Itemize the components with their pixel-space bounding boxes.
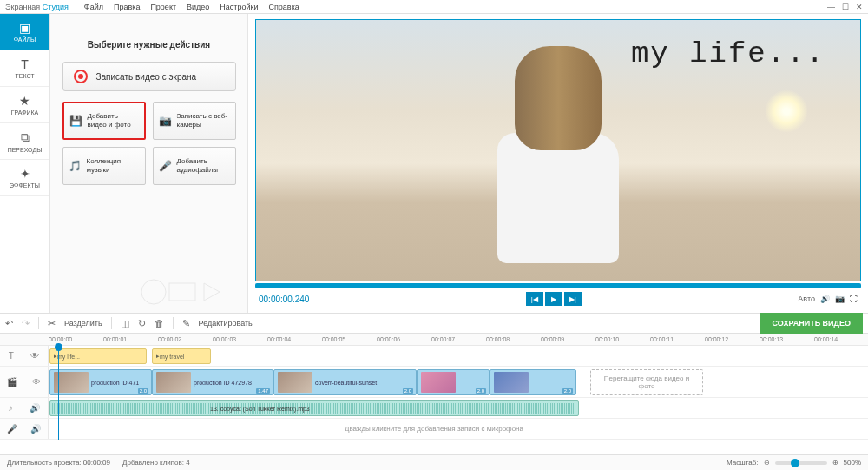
- visibility-icon[interactable]: 👁: [30, 351, 39, 361]
- clips-count: Добавлено клипов: 4: [122, 459, 190, 467]
- rotate-icon[interactable]: ↻: [138, 318, 146, 329]
- music-collection-button[interactable]: 🎵Коллекция музыки: [62, 147, 146, 185]
- actions-panel: Выберите нужные действия Записать видео …: [50, 14, 248, 313]
- mic-icon: 🎤: [159, 159, 172, 173]
- audio-track[interactable]: ♪🔊 13. copycat (Sofi Tukker Remix).mp3: [0, 398, 868, 419]
- add-media-button[interactable]: 💾Добавить видео и фото: [62, 102, 146, 140]
- text-clip[interactable]: ▸ my travel: [152, 348, 211, 364]
- minimize-button[interactable]: —: [827, 3, 835, 11]
- mute-icon[interactable]: 🔊: [30, 403, 40, 413]
- text-track-icon: T: [9, 351, 14, 361]
- mic-hint: Дважды кликните для добавления записи с …: [345, 425, 523, 433]
- edit-button[interactable]: Редактировать: [199, 319, 253, 328]
- preview-caption: my life...: [631, 37, 825, 70]
- video-track[interactable]: 🎬👁 production ID 4712.0 production ID 47…: [0, 367, 868, 398]
- text-clip[interactable]: ▸ my life...: [49, 348, 147, 364]
- timeline: T👁 ▸ my life... ▸ my travel 🎬👁 productio…: [0, 346, 868, 440]
- titlebar: Экранная Студия Файл Правка Проект Видео…: [0, 0, 868, 14]
- menu-help[interactable]: Справка: [268, 3, 299, 11]
- timeline-ruler[interactable]: 00:00:0000:00:0100:00:0200:00:0300:00:04…: [0, 334, 868, 346]
- image-icon: ▣: [19, 21, 30, 35]
- fullscreen-icon[interactable]: ⛶: [850, 295, 858, 303]
- wand-icon: ✦: [20, 167, 30, 181]
- redo-icon[interactable]: ↷: [22, 318, 30, 329]
- mute-icon[interactable]: 🔊: [30, 424, 41, 434]
- transition-icon: ⧉: [21, 130, 30, 145]
- svg-point-0: [141, 280, 166, 304]
- menu-settings[interactable]: Настройки: [220, 3, 258, 11]
- zoom-slider[interactable]: [775, 461, 827, 465]
- audio-clip[interactable]: 13. copycat (Sofi Tukker Remix).mp3: [49, 400, 579, 416]
- sidebar-tab-files[interactable]: ▣ФАЙЛЫ: [0, 14, 49, 50]
- record-webcam-button[interactable]: 📷Записать с веб-камеры: [153, 102, 236, 140]
- save-video-button[interactable]: СОХРАНИТЬ ВИДЕО: [760, 313, 863, 334]
- preview-area: my life... 00:00:00.240 |◀ ▶ ▶| Авто 🔊 📷…: [248, 14, 868, 313]
- duration-label: Длительность проекта: 00:00:09: [7, 459, 110, 467]
- audio-track-icon: ♪: [9, 403, 13, 413]
- statusbar: Длительность проекта: 00:00:09 Добавлено…: [0, 454, 868, 470]
- edit-icon: ✎: [182, 318, 190, 329]
- main-menu: Файл Правка Проект Видео Настройки Справ…: [84, 3, 299, 11]
- zoom-in-button[interactable]: ⊕: [832, 459, 838, 467]
- zoom-value: 500%: [844, 459, 861, 467]
- next-frame-button[interactable]: ▶|: [564, 292, 582, 306]
- sidebar-tab-effects[interactable]: ✦ЭФФЕКТЫ: [0, 160, 49, 196]
- mic-track-icon: 🎤: [7, 424, 17, 434]
- video-clip[interactable]: coverr-beautiful-sunset2.0: [273, 369, 417, 395]
- menu-file[interactable]: Файл: [84, 3, 103, 11]
- panel-heading: Выберите нужные действия: [88, 40, 210, 50]
- music-icon: 🎵: [69, 159, 82, 173]
- menu-edit[interactable]: Правка: [114, 3, 140, 11]
- video-clip[interactable]: production ID 4712.0: [49, 369, 152, 395]
- play-button[interactable]: ▶: [545, 292, 562, 306]
- svg-rect-1: [169, 283, 195, 301]
- prev-frame-button[interactable]: |◀: [526, 292, 543, 306]
- close-button[interactable]: ✕: [856, 3, 863, 11]
- video-clip[interactable]: 2.0: [490, 369, 576, 395]
- app-title: Экранная Студия: [5, 3, 69, 11]
- snapshot-icon[interactable]: 📷: [835, 295, 845, 303]
- preview-canvas[interactable]: my life...: [255, 19, 861, 281]
- crop-icon[interactable]: ◫: [121, 318, 129, 329]
- cut-icon[interactable]: ✂: [48, 318, 56, 329]
- svg-marker-2: [204, 283, 220, 301]
- video-track-icon: 🎬: [7, 377, 17, 387]
- panel-decoration: [136, 275, 240, 309]
- undo-icon[interactable]: ↶: [5, 318, 13, 329]
- text-track[interactable]: T👁 ▸ my life... ▸ my travel: [0, 346, 868, 367]
- sidebar-tab-text[interactable]: TТЕКСТ: [0, 50, 49, 87]
- record-screen-button[interactable]: Записать видео с экрана: [62, 62, 236, 91]
- playhead[interactable]: [58, 346, 59, 440]
- timeline-toolbar: ↶ ↷ ✂ Разделить ◫ ↻ 🗑 ✎ Редактировать СО…: [0, 313, 868, 334]
- menu-project[interactable]: Проект: [150, 3, 176, 11]
- visibility-icon[interactable]: 👁: [32, 377, 41, 387]
- maximize-button[interactable]: ☐: [842, 3, 849, 11]
- auto-label[interactable]: Авто: [798, 295, 815, 303]
- sidebar-tab-graphics[interactable]: ★ГРАФИКА: [0, 87, 49, 123]
- video-dropzone[interactable]: Перетащите сюда видео и фото: [590, 369, 703, 395]
- zoom-out-button[interactable]: ⊖: [764, 459, 770, 467]
- delete-icon[interactable]: 🗑: [155, 318, 164, 328]
- mic-track[interactable]: 🎤🔊 Дважды кликните для добавления записи…: [0, 419, 868, 440]
- zoom-label: Масштаб:: [727, 459, 758, 467]
- split-button[interactable]: Разделить: [64, 319, 102, 328]
- menu-video[interactable]: Видео: [187, 3, 209, 11]
- camera-icon: 📷: [159, 114, 172, 128]
- text-icon: T: [21, 57, 29, 71]
- video-clip[interactable]: 2.0: [417, 369, 490, 395]
- sidebar: ▣ФАЙЛЫ TТЕКСТ ★ГРАФИКА ⧉ПЕРЕХОДЫ ✦ЭФФЕКТ…: [0, 14, 50, 313]
- current-time: 00:00:00.240: [259, 295, 309, 304]
- star-icon: ★: [19, 94, 30, 108]
- record-icon: [74, 70, 88, 83]
- add-audio-button[interactable]: 🎤Добавить аудиофайлы: [153, 147, 236, 185]
- save-icon: 💾: [69, 114, 82, 128]
- video-clip[interactable]: production ID 4729781.47: [152, 369, 273, 395]
- preview-scrollbar[interactable]: [255, 283, 861, 288]
- volume-icon[interactable]: 🔊: [820, 295, 830, 303]
- sidebar-tab-transitions[interactable]: ⧉ПЕРЕХОДЫ: [0, 123, 49, 160]
